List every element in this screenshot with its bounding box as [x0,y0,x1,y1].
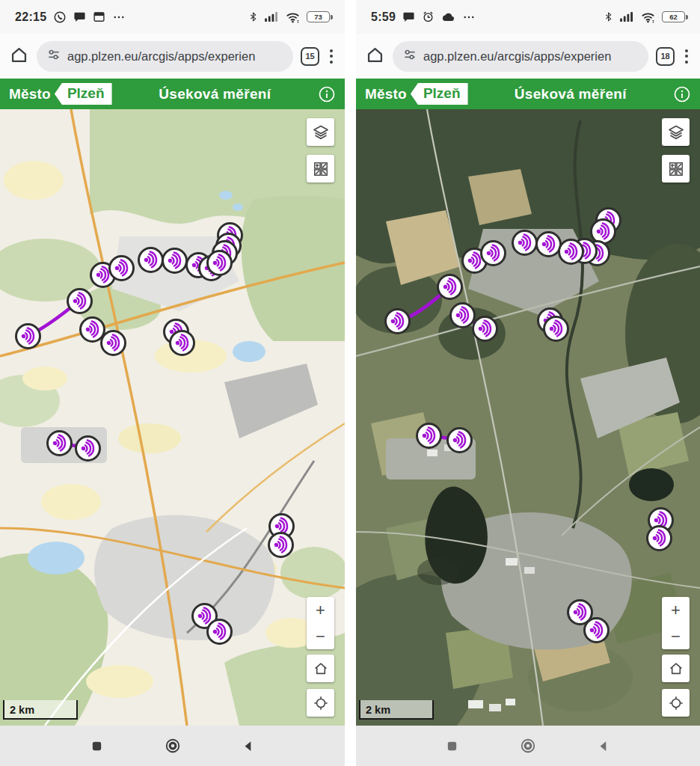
signal-icon [620,11,634,22]
url-bar[interactable]: agp.plzen.eu/arcgis/apps/experien [393,41,648,72]
home-nav-button[interactable] [520,738,536,754]
chat-bubble-icon [73,10,86,23]
recents-button[interactable] [446,740,458,753]
wifi-icon [286,11,300,23]
bluetooth-icon [248,10,258,23]
route-lines-layer [356,109,700,726]
scale-label: 2 km [366,704,390,716]
alarm-icon [422,10,435,23]
more-icon [112,10,126,24]
android-nav-bar [356,726,700,766]
basemap-gallery-button[interactable] [662,155,690,183]
browser-home-icon[interactable] [9,45,29,68]
zoom-in-button[interactable]: + [662,597,690,623]
tab-switcher-button[interactable]: 18 [656,47,675,66]
speed-camera-marker[interactable] [472,316,498,342]
site-settings-icon[interactable] [46,47,61,65]
map-canvas-topographic[interactable]: + − 2 km [0,109,345,726]
back-button[interactable] [598,740,610,753]
more-icon [462,10,476,24]
battery-indicator: 62 [662,11,685,22]
speed-camera-marker[interactable] [543,316,569,342]
cloud-icon [441,11,455,22]
tab-switcher-button[interactable]: 15 [301,47,319,66]
speed-camera-marker[interactable] [75,435,101,462]
speed-camera-marker[interactable] [646,525,672,551]
zoom-in-button[interactable]: + [307,597,334,623]
speed-camera-marker[interactable] [46,430,73,456]
phone-screenshot-left: 22:15 73 [0,0,345,766]
whatsapp-icon [53,10,67,24]
speed-camera-marker[interactable] [138,247,164,273]
signal-icon [265,11,279,22]
home-nav-button[interactable] [165,738,181,754]
speed-camera-marker[interactable] [108,255,135,281]
page-title: Úseková měření [468,86,673,102]
bluetooth-icon [604,10,613,23]
speed-camera-marker[interactable] [583,617,610,643]
browser-home-icon[interactable] [365,45,385,68]
zoom-control: + − [307,597,334,649]
clock-text: 5:59 [371,10,396,24]
url-text[interactable]: agp.plzen.eu/arcgis/apps/experien [423,49,611,64]
speed-camera-marker[interactable] [558,239,584,265]
status-bar: 22:15 73 [0,0,345,34]
recents-button[interactable] [90,740,103,753]
speed-camera-marker[interactable] [449,302,476,328]
locate-button[interactable] [307,689,334,717]
speed-camera-marker[interactable] [67,288,93,314]
app-header: Město Plzeň Úseková měření [0,79,345,109]
wifi-icon [641,11,655,23]
scale-bar: 2 km [359,700,434,720]
tab-count: 15 [305,52,314,61]
zoom-control: + − [662,597,690,649]
route-lines-layer [0,109,345,726]
speed-camera-marker[interactable] [162,248,188,274]
back-button[interactable] [242,740,255,753]
zoom-out-button[interactable]: − [307,623,334,649]
speed-camera-marker[interactable] [446,427,473,453]
tab-count: 18 [660,52,669,61]
layers-button[interactable] [307,118,334,146]
city-logo: Město Plzeň [365,83,468,105]
locate-button[interactable] [662,689,690,717]
home-extent-button[interactable] [662,655,690,682]
home-extent-button[interactable] [307,655,334,682]
layers-button[interactable] [662,118,690,146]
info-icon[interactable] [673,85,691,103]
page-title: Úseková měření [112,86,318,102]
speed-camera-marker[interactable] [169,330,195,356]
logo-prefix-text: Město [365,86,407,102]
browser-toolbar: agp.plzen.eu/arcgis/apps/experien 18 [356,34,700,79]
logo-prefix-text: Město [9,86,51,102]
speed-camera-marker[interactable] [206,250,233,276]
speed-camera-marker[interactable] [15,323,41,349]
browser-menu-button[interactable] [682,49,691,64]
speed-camera-marker[interactable] [512,230,538,256]
zoom-out-button[interactable]: − [662,623,690,649]
phone-screenshot-right: 5:59 62 [356,0,700,766]
speed-camera-marker[interactable] [384,308,411,334]
url-text[interactable]: agp.plzen.eu/arcgis/apps/experien [67,49,255,64]
scale-bar: 2 km [3,700,78,720]
logo-badge-text: Plzeň [411,83,468,105]
speed-camera-marker[interactable] [206,619,233,645]
app-header: Město Plzeň Úseková měření [356,79,700,109]
browser-menu-button[interactable] [327,49,336,64]
logo-badge-text: Plzeň [55,83,112,105]
speed-camera-marker[interactable] [100,330,126,356]
info-icon[interactable] [318,85,336,103]
speed-camera-marker[interactable] [268,532,294,558]
basemap-gallery-button[interactable] [307,155,334,183]
speed-camera-marker[interactable] [437,274,463,300]
url-bar[interactable]: agp.plzen.eu/arcgis/apps/experien [37,41,293,72]
speed-camera-marker[interactable] [416,423,442,449]
scale-label: 2 km [10,704,34,716]
battery-percent: 62 [669,13,678,21]
window-icon [93,10,105,23]
battery-percent: 73 [314,13,322,21]
map-canvas-satellite[interactable]: + − 2 km [356,109,700,726]
speed-camera-marker[interactable] [480,240,506,266]
city-logo: Město Plzeň [9,83,112,105]
site-settings-icon[interactable] [402,47,417,65]
